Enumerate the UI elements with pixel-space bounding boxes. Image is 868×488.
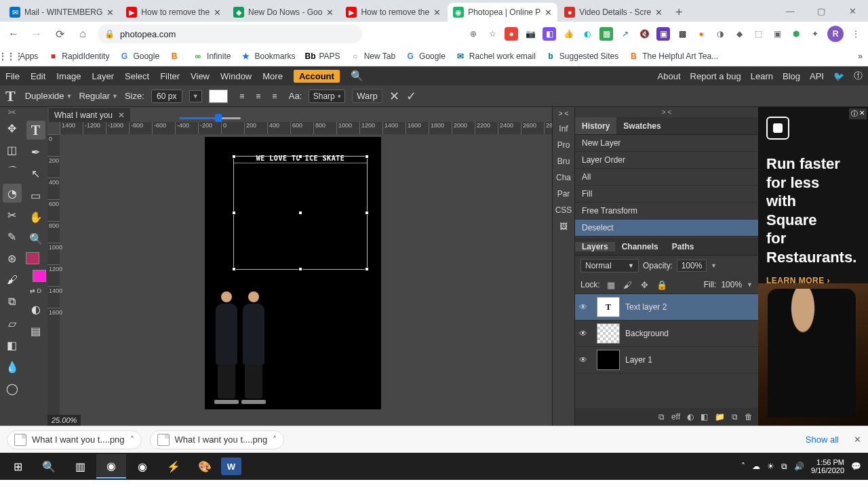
ext-8[interactable]: 🔇 [637, 27, 651, 41]
ext-6[interactable]: ▦ [599, 27, 613, 41]
ext-14[interactable]: ⬚ [751, 27, 765, 41]
blur-tool[interactable]: 💧 [3, 357, 22, 376]
profile-avatar[interactable]: R [827, 26, 844, 42]
lock-position-icon[interactable]: ✥ [639, 279, 651, 291]
history-item[interactable]: Free Transform [575, 203, 758, 220]
menu-link-blog[interactable]: Blog [783, 71, 800, 81]
tab-close-icon[interactable]: ✕ [433, 7, 441, 18]
panel-tab-image[interactable]: 🖼 [559, 222, 568, 231]
ext-15[interactable]: ▣ [770, 27, 784, 41]
history-item[interactable]: Layer Order [575, 152, 758, 169]
ext-10[interactable]: ▩ [675, 27, 689, 41]
lasso-tool[interactable]: ⌒ [3, 162, 22, 181]
nav-reload[interactable]: ⟳ [52, 26, 68, 42]
menu-link-about[interactable]: About [658, 71, 681, 81]
menu-filter[interactable]: Filter [160, 71, 180, 81]
layer-name[interactable]: Layer 1 [625, 355, 754, 365]
ext-5[interactable]: ◐ [580, 27, 594, 41]
warp-button[interactable]: Warp [352, 89, 382, 103]
menu-icon[interactable]: ⋮ [849, 27, 863, 41]
chrome-app[interactable]: ◉ [96, 454, 126, 479]
bookmark-11[interactable]: BThe Helpful Art Tea... [628, 51, 718, 62]
canvas[interactable]: WE LOVE TO ICE SKATE [205, 137, 381, 409]
ad-info-icon[interactable]: ⓘ [851, 109, 858, 119]
history-tab-swatches[interactable]: Swatches [616, 117, 667, 134]
crop-tool[interactable]: ✂ [3, 205, 22, 224]
bookmark-9[interactable]: ✉Rachel work email [455, 51, 536, 62]
ext-3[interactable]: ◧ [542, 27, 556, 41]
notifications-icon[interactable]: 💬 [851, 462, 861, 471]
close-downloads-shelf[interactable]: ✕ [854, 434, 861, 445]
layer-name[interactable]: Background [625, 329, 754, 338]
download-chevron-icon[interactable]: ˄ [273, 435, 277, 445]
nav-back[interactable]: ← [5, 26, 22, 42]
screen-mode[interactable]: ▤ [26, 321, 45, 340]
panel-tab-cha[interactable]: Cha [556, 173, 571, 182]
ext-12[interactable]: ◑ [713, 27, 727, 41]
blend-mode-select[interactable]: Normal▼ [580, 259, 639, 272]
text-transform-box[interactable]: WE LOVE TO ICE SKATE [233, 156, 368, 270]
visibility-icon[interactable]: 👁 [579, 329, 591, 338]
layer-row[interactable]: 👁Background [575, 321, 758, 347]
fill-dropdown[interactable]: ▼ [747, 281, 753, 288]
network-icon[interactable]: ⧉ [781, 462, 787, 471]
layer-row[interactable]: 👁TText layer 2 [575, 294, 758, 321]
document-tab[interactable]: What I want you ✕ [49, 107, 130, 122]
menu-edit[interactable]: Edit [31, 71, 45, 81]
type-tool[interactable]: T [26, 121, 45, 140]
background-color[interactable] [33, 270, 46, 282]
history-item[interactable]: Deselect [575, 220, 758, 237]
bookmark-2[interactable]: GGoogle [119, 51, 159, 62]
color-swatches[interactable] [26, 252, 46, 275]
lock-transparency-icon[interactable]: ▦ [605, 279, 617, 291]
bookmark-0[interactable]: ⋮⋮⋮Apps [5, 51, 38, 62]
ad-close-icon[interactable]: ✕ [859, 109, 865, 119]
swap-colors[interactable]: ⇄ D [30, 287, 41, 294]
system-clock[interactable]: 1:56 PM9/16/2020 [811, 458, 844, 474]
weather-icon[interactable]: ☀ [767, 462, 774, 471]
browser-tab-5[interactable]: ●Video Details - Scre✕ [559, 3, 668, 22]
flash-app[interactable]: ⚡ [159, 454, 189, 479]
adjustment-layer-icon[interactable]: ◧ [701, 412, 708, 422]
lock-all-icon[interactable]: 🔒 [656, 279, 668, 291]
ext-13[interactable]: ◆ [732, 27, 746, 41]
history-item[interactable]: New Layer [575, 135, 758, 152]
foreground-color[interactable] [26, 252, 39, 264]
new-layer-icon[interactable]: ⧉ [732, 412, 738, 422]
size-dropdown[interactable]: ▼ [189, 90, 202, 102]
eyedropper-tool[interactable]: ✎ [3, 227, 22, 246]
gradient-tool[interactable]: ◧ [3, 336, 22, 354]
toolbox-collapse[interactable]: >< [8, 108, 16, 116]
marquee-tool[interactable]: ◫ [3, 140, 22, 159]
layer-effects[interactable]: eff [671, 412, 680, 422]
zoom-level[interactable]: 25.00% [47, 415, 81, 426]
tab-close-icon[interactable]: ✕ [326, 7, 334, 18]
tab-close-icon[interactable]: ✕ [214, 7, 221, 18]
align-left[interactable]: ≡ [235, 89, 250, 103]
font-family-select[interactable]: Duplexide▼ [25, 91, 73, 101]
browser-tab-1[interactable]: ▶How to remove the✕ [121, 3, 226, 22]
layer-row[interactable]: 👁Layer 1 [575, 347, 758, 373]
ext-16[interactable]: ⬢ [789, 27, 803, 41]
tab-close-icon[interactable]: ✕ [655, 7, 663, 18]
tab-close-icon[interactable]: ✕ [545, 7, 552, 18]
rightpanel-collapse[interactable]: > < [575, 107, 758, 117]
omnibox[interactable]: 🔒 photopea.com [98, 24, 362, 43]
layer-name[interactable]: Text layer 2 [625, 302, 754, 312]
account-button[interactable]: Account [294, 70, 340, 83]
menu-view[interactable]: View [191, 71, 210, 81]
menu-window[interactable]: Window [220, 71, 252, 81]
align-center[interactable]: ≡ [251, 89, 266, 103]
bookmark-10[interactable]: bSuggested Sites [545, 51, 618, 62]
menu-link-api[interactable]: API [810, 71, 824, 81]
browser-tab-2[interactable]: ◆New Do Nows - Goo✕ [228, 3, 339, 22]
nav-home[interactable]: ⌂ [75, 26, 91, 42]
layers-tab-paths[interactable]: Paths [665, 242, 701, 251]
quickmask-tool[interactable]: ◐ [26, 300, 45, 319]
ext-11[interactable]: ● [694, 27, 708, 41]
browser-tab-0[interactable]: ✉Mail - WINTEMBERG✕ [4, 3, 119, 22]
download-item-0[interactable]: What I want you t....png˄ [7, 430, 142, 449]
layers-tab-layers[interactable]: Layers [575, 242, 615, 251]
menu-image[interactable]: Image [56, 71, 81, 81]
cancel-icon[interactable]: ✕ [389, 89, 399, 104]
